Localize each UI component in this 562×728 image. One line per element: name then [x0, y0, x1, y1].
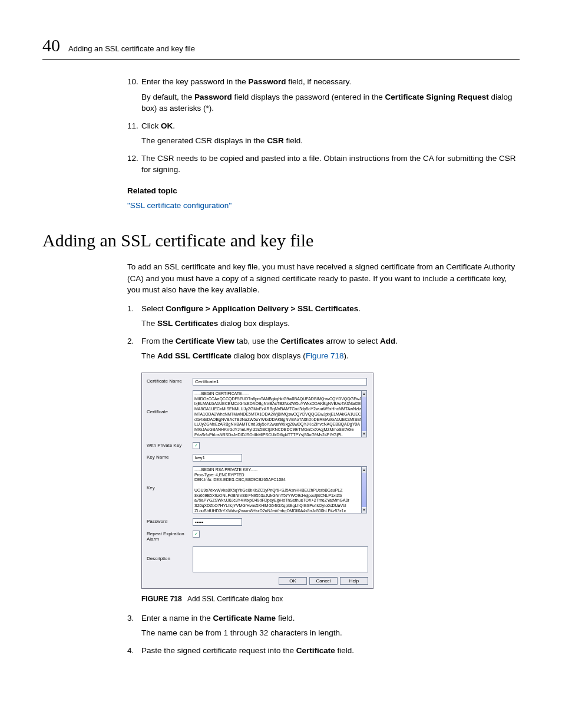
step-4: 4. Paste the signed certificate request …: [127, 645, 517, 657]
scrollbar-certificate[interactable]: ▲ ▼: [361, 390, 367, 437]
scroll-down-icon[interactable]: ▼: [362, 431, 366, 437]
scroll-up-icon[interactable]: ▲: [362, 391, 366, 397]
page-header: 40 Adding an SSL certificate and key fil…: [42, 35, 520, 60]
input-password[interactable]: •••••: [193, 518, 242, 526]
step-11: 11. Click OK. The generated CSR displays…: [127, 120, 517, 147]
step-12: 12. The CSR needs to be copied and paste…: [127, 153, 517, 176]
textarea-key[interactable]: -----BEGIN RSA PRIVATE KEY----- Proc-Typ…: [193, 466, 361, 513]
input-cert-name[interactable]: Certificate1: [193, 378, 367, 386]
related-topic-heading: Related topic: [127, 186, 517, 195]
scrollbar-key[interactable]: ▲ ▼: [361, 466, 367, 513]
textarea-description[interactable]: [193, 546, 368, 572]
steps-block-a: 10. Enter the key password in the Passwo…: [127, 76, 517, 210]
page-number: 40: [42, 35, 60, 55]
add-ssl-cert-dialog: Certificate Name Certificate1 Certificat…: [141, 373, 373, 589]
checkbox-with-priv-key[interactable]: ✓: [193, 442, 200, 449]
label-certificate: Certificate: [147, 390, 193, 414]
related-topic-link[interactable]: "SSL certificate configuration": [127, 201, 232, 210]
main-content: To add an SSL certificate and key file, …: [127, 261, 517, 657]
label-key-name: Key Name: [147, 454, 193, 460]
checkbox-repeat-alarm[interactable]: ✓: [193, 531, 200, 538]
label-key: Key: [147, 466, 193, 490]
main-heading: Adding an SSL certificate and key file: [42, 230, 520, 251]
label-with-priv-key: With Private Key: [147, 442, 193, 448]
scroll-up-icon[interactable]: ▲: [362, 467, 366, 473]
label-password: Password: [147, 518, 193, 524]
label-cert-name: Certificate Name: [147, 378, 193, 384]
page: 40 Adding an SSL certificate and key fil…: [0, 0, 562, 728]
ok-button[interactable]: OK: [279, 577, 307, 585]
step-10: 10. Enter the key password in the Passwo…: [127, 76, 517, 114]
scroll-down-icon[interactable]: ▼: [362, 507, 366, 513]
figure-caption: FIGURE 718 Add SSL Certificate dialog bo…: [141, 595, 517, 603]
label-repeat-alarm: Repeat Expiration Alarm: [147, 531, 193, 542]
page-header-title: Adding an SSL certificate and key file: [68, 44, 195, 53]
input-key-name[interactable]: key1: [193, 454, 242, 462]
step-1: 1. Select Configure > Application Delive…: [127, 303, 517, 330]
intro-para: To add an SSL certificate and key file, …: [127, 261, 517, 296]
textarea-certificate[interactable]: -----BEGIN CERTIFICATE----- MIIDOzCCAaQC…: [193, 390, 361, 437]
label-description: Description: [147, 546, 193, 561]
help-button[interactable]: Help: [340, 577, 368, 585]
cancel-button[interactable]: Cancel: [309, 577, 338, 585]
figure-ref-link[interactable]: Figure 718: [306, 351, 344, 360]
step-3: 3. Enter a name in the Certificate Name …: [127, 612, 517, 639]
step-2: 2. From the Certificate View tab, use th…: [127, 335, 517, 362]
